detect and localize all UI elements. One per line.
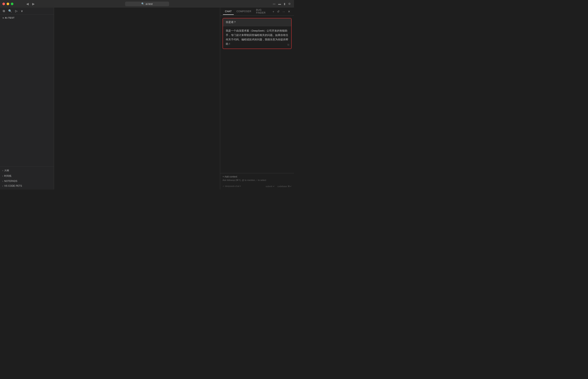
- back-button[interactable]: ◀: [25, 1, 29, 6]
- ai-input-area: + Add context Ask followup (⌘Y), @ to me…: [220, 173, 294, 190]
- chat-message-block: 你是谁？ 我是一个由深度求索（DeepSeek）公司开发的智能助手，专门设计来帮…: [222, 18, 292, 49]
- add-context-label: + Add context: [222, 175, 237, 178]
- chevron-icon: ›: [2, 180, 3, 182]
- new-chat-button[interactable]: +: [272, 9, 275, 14]
- search-icon[interactable]: 🔍: [7, 9, 13, 13]
- chevron-icon: ›: [2, 185, 3, 187]
- user-message-text: 你是谁？: [226, 21, 236, 24]
- sidebar-item-outline[interactable]: › 大纲: [0, 168, 54, 173]
- layout-icon-2[interactable]: ▬: [277, 2, 282, 6]
- hint-text: Ask followup (⌘Y), @ to mention, ↑ to se…: [222, 179, 266, 181]
- traffic-lights: [2, 3, 13, 5]
- minimize-button[interactable]: [7, 3, 9, 5]
- model-selector[interactable]: ✓ deepseek-chat ▾: [222, 185, 241, 188]
- ai-response-text: 我是一个由深度求索（DeepSeek）公司开发的智能助手，专门设计来帮助回答编程…: [226, 29, 288, 45]
- tab-chat[interactable]: CHAT: [223, 8, 234, 15]
- close-panel-button[interactable]: ✕: [287, 9, 291, 14]
- ai-panel: CHAT COMPOSER BUG FINDER + ↺ ··· ✕ 你是谁？ …: [220, 8, 294, 190]
- copy-icon[interactable]: ⧉: [2, 9, 6, 13]
- title-center: 🔍 ai-test: [125, 1, 169, 6]
- tab-composer[interactable]: COMPOSER: [235, 8, 253, 15]
- editor-area: [54, 8, 220, 190]
- notepads-label: NOTEPADS: [4, 180, 17, 183]
- sidebar-item-timeline[interactable]: › 时间线: [0, 173, 54, 179]
- layout-icon-3[interactable]: ▮: [283, 2, 286, 6]
- layout-icon-1[interactable]: ▭: [272, 2, 276, 6]
- sidebar-item-notepads[interactable]: › NOTEPADS: [0, 179, 54, 184]
- search-text: ai-test: [146, 2, 152, 5]
- ai-chat-content: 你是谁？ 我是一个由深度求索（DeepSeek）公司开发的智能助手，专门设计来帮…: [220, 16, 294, 173]
- title-right: ▭ ▬ ▮ ⚙: [272, 2, 292, 6]
- close-button[interactable]: [2, 3, 5, 5]
- title-bar: ◀ ▶ 🔍 ai-test ▭ ▬ ▮ ⚙: [0, 0, 294, 8]
- chevron-down-icon[interactable]: ∨: [20, 9, 24, 13]
- explorer-section: ∨ AI-TEST: [0, 16, 54, 20]
- sidebar-content: ∨ AI-TEST: [0, 15, 54, 167]
- submit-hint: submit ↵ codebase ⌘↵: [266, 184, 292, 188]
- ai-footer: ✓ deepseek-chat ▾ submit ↵ codebase ⌘↵: [222, 183, 292, 188]
- checkmark-icon: ✓: [222, 185, 224, 188]
- submit-label: submit ↵: [266, 185, 274, 188]
- ai-response: 我是一个由深度求索（DeepSeek）公司开发的智能助手，专门设计来帮助回答编程…: [223, 26, 291, 48]
- title-search-bar[interactable]: 🔍 ai-test: [125, 1, 169, 6]
- explorer-header[interactable]: ∨ AI-TEST: [0, 16, 54, 20]
- sidebar-bottom-items: › 大纲 › 时间线 › NOTEPADS › VS CODE PETS: [0, 167, 54, 190]
- ai-panel-header: CHAT COMPOSER BUG FINDER + ↺ ··· ✕: [220, 8, 294, 16]
- tab-bug-finder[interactable]: BUG FINDER: [254, 7, 271, 16]
- run-icon[interactable]: ▷: [14, 9, 18, 13]
- ai-hint-text: Ask followup (⌘Y), @ to mention, ↑ to se…: [222, 179, 292, 182]
- ai-panel-actions: + ↺ ··· ✕: [272, 9, 291, 14]
- maximize-button[interactable]: [11, 3, 13, 5]
- timeline-label: 时间线: [4, 174, 11, 178]
- history-button[interactable]: ↺: [276, 9, 280, 14]
- settings-icon[interactable]: ⚙: [287, 2, 292, 6]
- model-name: deepseek-chat: [225, 185, 239, 187]
- sidebar-toolbar: ⧉ 🔍 ▷ ∨: [0, 8, 54, 15]
- chevron-icon: ›: [2, 175, 3, 177]
- sidebar-item-vscodepets[interactable]: › VS CODE PETS: [0, 184, 54, 188]
- more-options-button[interactable]: ···: [282, 9, 286, 14]
- explorer-title: AI-TEST: [5, 16, 15, 19]
- main-layout: ⧉ 🔍 ▷ ∨ ∨ AI-TEST › 大纲 › 时间线 ›: [0, 8, 294, 190]
- title-nav: ◀ ▶: [25, 1, 35, 6]
- outline-label: 大纲: [4, 169, 9, 172]
- sidebar: ⧉ 🔍 ▷ ∨ ∨ AI-TEST › 大纲 › 时间线 ›: [0, 8, 54, 190]
- codebase-label: codebase ⌘↵: [277, 185, 292, 188]
- chevron-down-icon: ▾: [240, 185, 241, 187]
- chevron-icon: ∨: [2, 17, 4, 19]
- chevron-icon: ›: [2, 170, 3, 172]
- add-context-button[interactable]: + Add context: [222, 175, 292, 178]
- search-icon: 🔍: [141, 2, 144, 5]
- user-message: 你是谁？: [223, 18, 291, 26]
- vscodepets-label: VS CODE PETS: [4, 185, 22, 187]
- forward-button[interactable]: ▶: [32, 1, 35, 6]
- copy-response-icon[interactable]: ⧉: [287, 43, 289, 47]
